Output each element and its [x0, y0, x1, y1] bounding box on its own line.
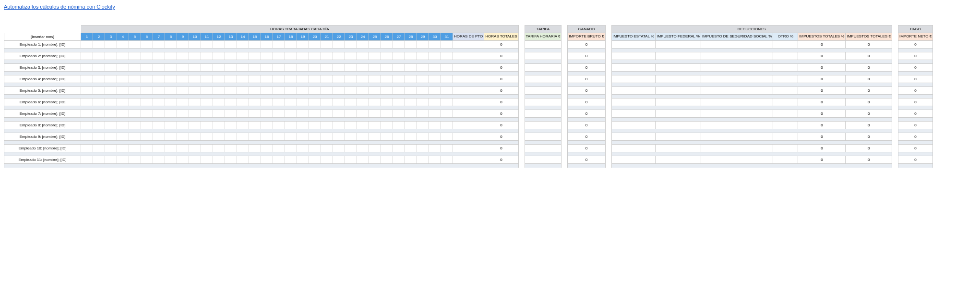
cell[interactable] [345, 41, 357, 49]
cell[interactable]: 0 [484, 156, 518, 164]
cell[interactable] [177, 98, 189, 106]
cell[interactable]: 0 [846, 41, 892, 49]
cell[interactable] [333, 133, 345, 141]
cell[interactable] [309, 98, 321, 106]
cell[interactable] [441, 64, 453, 72]
cell[interactable] [177, 75, 189, 83]
cell[interactable] [773, 98, 798, 106]
cell[interactable] [357, 52, 369, 60]
cell[interactable] [105, 133, 117, 141]
cell[interactable]: 0 [846, 110, 892, 118]
cell[interactable] [81, 52, 93, 60]
cell[interactable] [153, 156, 165, 164]
cell[interactable]: 0 [898, 110, 932, 118]
cell[interactable] [333, 110, 345, 118]
cell[interactable] [129, 41, 141, 49]
cell[interactable] [297, 122, 309, 129]
cell[interactable] [273, 52, 285, 60]
cell[interactable] [213, 98, 225, 106]
cell[interactable] [249, 41, 261, 49]
cell[interactable] [177, 145, 189, 152]
cell[interactable] [405, 110, 417, 118]
cell[interactable] [453, 110, 484, 118]
cell[interactable] [417, 122, 429, 129]
cell[interactable] [129, 75, 141, 83]
cell[interactable] [656, 110, 701, 118]
cell[interactable] [417, 64, 429, 72]
cell[interactable] [105, 98, 117, 106]
cell[interactable]: 0 [898, 41, 932, 49]
cell[interactable] [333, 75, 345, 83]
clockify-link[interactable]: Automatiza los cálculos de nómina con Cl… [4, 4, 115, 10]
cell[interactable] [309, 110, 321, 118]
cell[interactable] [201, 145, 213, 152]
cell[interactable] [177, 133, 189, 141]
cell[interactable] [525, 41, 562, 49]
cell[interactable] [261, 133, 273, 141]
cell[interactable] [369, 64, 381, 72]
cell[interactable] [321, 156, 333, 164]
cell[interactable] [189, 75, 201, 83]
cell[interactable] [141, 52, 153, 60]
cell[interactable] [297, 133, 309, 141]
cell[interactable] [369, 41, 381, 49]
cell[interactable] [237, 87, 249, 95]
cell[interactable] [357, 122, 369, 129]
cell[interactable] [81, 98, 93, 106]
cell[interactable] [333, 145, 345, 152]
cell[interactable] [261, 145, 273, 152]
cell[interactable] [129, 87, 141, 95]
cell[interactable] [273, 145, 285, 152]
cell[interactable] [165, 75, 177, 83]
cell[interactable] [405, 145, 417, 152]
cell[interactable] [285, 87, 297, 95]
cell[interactable] [165, 98, 177, 106]
cell[interactable] [369, 122, 381, 129]
cell[interactable] [273, 98, 285, 106]
cell[interactable] [129, 64, 141, 72]
cell[interactable] [357, 64, 369, 72]
cell[interactable] [333, 64, 345, 72]
cell[interactable] [441, 41, 453, 49]
cell[interactable] [93, 122, 105, 129]
cell[interactable] [321, 133, 333, 141]
cell[interactable]: 0 [846, 122, 892, 129]
cell[interactable] [129, 145, 141, 152]
cell[interactable]: 0 [798, 156, 846, 164]
cell[interactable] [405, 122, 417, 129]
cell[interactable] [381, 41, 393, 49]
cell[interactable] [93, 64, 105, 72]
cell[interactable] [93, 98, 105, 106]
cell[interactable] [405, 98, 417, 106]
cell[interactable]: 0 [568, 75, 605, 83]
cell[interactable] [701, 41, 773, 49]
cell[interactable] [773, 110, 798, 118]
cell[interactable] [345, 52, 357, 60]
cell[interactable] [441, 52, 453, 60]
cell[interactable] [441, 156, 453, 164]
cell[interactable] [369, 98, 381, 106]
employee-name[interactable]: Empleado 1: [nombre]; [ID] [4, 41, 81, 49]
cell[interactable] [249, 156, 261, 164]
cell[interactable] [105, 110, 117, 118]
cell[interactable] [117, 64, 129, 72]
cell[interactable] [393, 122, 405, 129]
cell[interactable]: 0 [846, 75, 892, 83]
cell[interactable] [129, 156, 141, 164]
cell[interactable] [249, 110, 261, 118]
cell[interactable] [81, 75, 93, 83]
cell[interactable] [165, 41, 177, 49]
cell[interactable] [345, 133, 357, 141]
cell[interactable] [297, 87, 309, 95]
cell[interactable] [321, 64, 333, 72]
cell[interactable]: 0 [898, 52, 932, 60]
cell[interactable] [225, 98, 237, 106]
employee-name[interactable]: Empleado 10: [nombre]; [ID] [4, 145, 81, 152]
cell[interactable] [453, 52, 484, 60]
cell[interactable] [285, 41, 297, 49]
employee-name[interactable]: Empleado 7: [nombre]; [ID] [4, 110, 81, 118]
cell[interactable] [656, 52, 701, 60]
cell[interactable] [345, 87, 357, 95]
cell[interactable] [153, 87, 165, 95]
cell[interactable] [611, 98, 656, 106]
